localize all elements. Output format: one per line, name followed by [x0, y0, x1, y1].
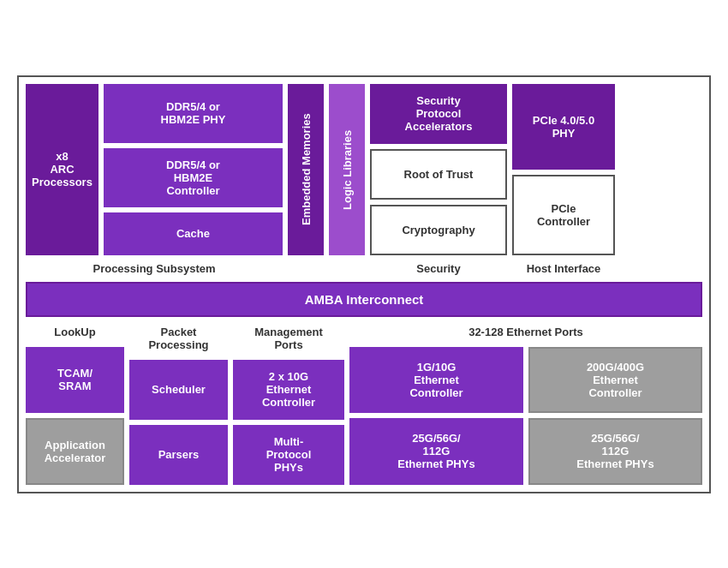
tcam-block: TCAM/ SRAM [26, 347, 124, 414]
host-label: Host Interface [512, 260, 615, 277]
arc-processors-block: x8 ARC Processors [26, 84, 98, 255]
multi-phy-block: Multi- Protocol PHYs [233, 425, 344, 485]
scheduler-block: Scheduler [129, 360, 228, 420]
eth-col-2: 200G/400G Ethernet Controller 25G/56G/ 1… [528, 347, 702, 485]
app-accelerator-block: Application Accelerator [26, 418, 124, 485]
lookup-label: LookUp [26, 322, 124, 342]
ddr2-block: DDR5/4 or HBM2E Controller [104, 148, 283, 207]
security-protocol-block: Security Protocol Accelerators [370, 84, 507, 144]
top-section: x8 ARC Processors DDR5/4 or HBM2E PHY DD… [26, 84, 702, 255]
processing-label: Processing Subsystem [26, 260, 283, 277]
cache-block: Cache [104, 212, 283, 255]
eth-inner: 1G/10G Ethernet Controller 25G/56G/ 112G… [349, 347, 702, 485]
main-diagram: x8 ARC Processors DDR5/4 or HBM2E PHY DD… [17, 75, 711, 493]
eth-col-1: 1G/10G Ethernet Controller 25G/56G/ 112G… [349, 347, 523, 485]
packet-group: Packet Processing Scheduler Parsers [129, 322, 228, 485]
eth-25g-2-block: 25G/56G/ 112G Ethernet PHYs [528, 418, 702, 485]
lookup-group: LookUp TCAM/ SRAM Application Accelerato… [26, 322, 124, 485]
ddr1-block: DDR5/4 or HBM2E PHY [104, 84, 283, 143]
logic-libraries-block: Logic Libraries [329, 84, 365, 255]
parsers-block: Parsers [129, 425, 228, 485]
packet-label: Packet Processing [129, 322, 228, 355]
eth-group: 32-128 Ethernet Ports 1G/10G Ethernet Co… [349, 322, 702, 485]
memory-stack: DDR5/4 or HBM2E PHY DDR5/4 or HBM2E Cont… [104, 84, 283, 255]
mgmt-label: Management Ports [233, 322, 344, 355]
eth2x10-block: 2 x 10G Ethernet Controller [233, 360, 344, 420]
eth-200g-block: 200G/400G Ethernet Controller [528, 347, 702, 414]
processing-group: x8 ARC Processors DDR5/4 or HBM2E PHY DD… [26, 84, 283, 255]
bottom-section: LookUp TCAM/ SRAM Application Accelerato… [26, 322, 702, 485]
pcie-controller-block: PCIe Controller [512, 175, 615, 255]
top-labels: Processing Subsystem Security Host Inter… [26, 260, 702, 277]
amba-bar: AMBA Interconnect [26, 282, 702, 317]
embedded-memories-block: Embedded Memories [288, 84, 324, 255]
host-group: PCIe 4.0/5.0 PHY PCIe Controller [512, 84, 615, 255]
eth-25g-1-block: 25G/56G/ 112G Ethernet PHYs [349, 418, 523, 485]
root-of-trust-block: Root of Trust [370, 149, 507, 200]
cryptography-block: Cryptography [370, 205, 507, 255]
pcie-phy-block: PCIe 4.0/5.0 PHY [512, 84, 615, 170]
security-group: Security Protocol Accelerators Root of T… [370, 84, 507, 255]
eth-1g-block: 1G/10G Ethernet Controller [349, 347, 523, 414]
eth-ports-label: 32-128 Ethernet Ports [349, 322, 702, 342]
mgmt-group: Management Ports 2 x 10G Ethernet Contro… [233, 322, 344, 485]
security-label: Security [370, 260, 507, 277]
